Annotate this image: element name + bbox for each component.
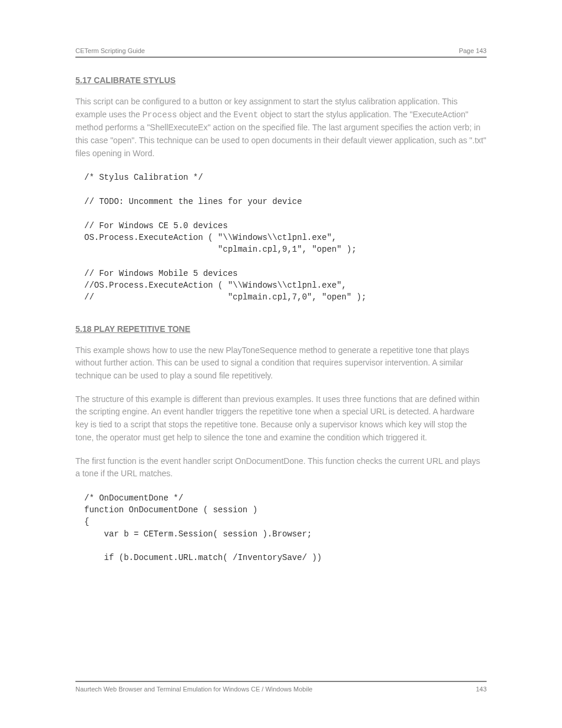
- header-page: Page 143: [459, 47, 487, 54]
- page-footer: Naurtech Web Browser and Terminal Emulat…: [75, 681, 487, 693]
- section2-para3: The first function is the event handler …: [75, 455, 487, 480]
- section-heading-play-tone: 5.18 PLAY REPETITIVE TONE: [75, 324, 487, 334]
- section-heading-calibrate-stylus: 5.17 CALIBRATE STYLUS: [75, 75, 487, 85]
- section1-paragraph: This script can be configured to a butto…: [75, 95, 487, 160]
- footer-right: 143: [476, 686, 487, 693]
- code-block-ondocumentdone: /* OnDocumentDone */ function OnDocument…: [84, 492, 487, 564]
- section2-para1: This example shows how to use the new Pl…: [75, 344, 487, 383]
- footer-left: Naurtech Web Browser and Terminal Emulat…: [75, 686, 312, 693]
- header-title: CETerm Scripting Guide: [75, 47, 145, 54]
- page-header: CETerm Scripting Guide Page 143: [75, 47, 487, 58]
- code-block-stylus: /* Stylus Calibration */ // TODO: Uncomm…: [84, 172, 487, 303]
- section2-para2: The structure of this example is differe…: [75, 393, 487, 444]
